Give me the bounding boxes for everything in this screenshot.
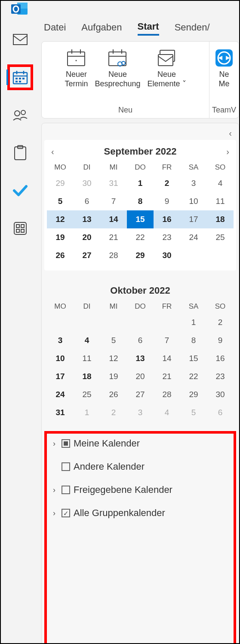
checkbox-checked-icon[interactable] <box>62 509 70 517</box>
calendar-day[interactable]: 21 <box>154 368 180 386</box>
calendar-day[interactable]: 26 <box>47 246 74 264</box>
calendar-day[interactable]: 18 <box>207 210 234 228</box>
calendar-day[interactable]: 10 <box>180 192 207 210</box>
calendar-day[interactable]: 19 <box>47 228 74 246</box>
calendar-day[interactable]: 1 <box>74 404 100 422</box>
nav-tasks[interactable] <box>7 140 33 166</box>
nav-people[interactable] <box>7 102 33 128</box>
calendar-day[interactable]: 23 <box>207 368 234 386</box>
calendar-day[interactable]: 9 <box>154 192 180 210</box>
nav-todo[interactable] <box>7 178 33 204</box>
collapse-panel-icon[interactable]: ‹ <box>229 128 232 138</box>
calendar-day[interactable]: 2 <box>207 313 234 331</box>
calendar-day[interactable]: 3 <box>127 404 154 422</box>
calendar-day[interactable]: 28 <box>154 386 180 404</box>
calendar-day[interactable]: 11 <box>207 192 234 210</box>
calendar-group-all-groups[interactable]: › Alle Gruppenkalender <box>49 507 232 519</box>
calendar-appointment-icon <box>66 49 86 67</box>
nav-more[interactable] <box>7 216 33 241</box>
calendar-day[interactable]: 1 <box>180 313 207 331</box>
calendar-day[interactable]: 31 <box>100 174 127 192</box>
calendar-day[interactable]: 7 <box>154 331 180 349</box>
calendar-day[interactable]: 27 <box>74 246 100 264</box>
calendar-day[interactable]: 13 <box>127 349 154 368</box>
calendar-day[interactable]: 14 <box>100 210 127 228</box>
calendar-day[interactable]: 12 <box>100 349 127 368</box>
calendar-day[interactable]: 18 <box>74 368 100 386</box>
calendar-day[interactable]: 4 <box>74 331 100 349</box>
tab-file[interactable]: Datei <box>44 22 66 35</box>
calendar-day[interactable]: 5 <box>100 331 127 349</box>
calendar-group-shared[interactable]: › Freigegebene Kalender <box>49 484 232 495</box>
calendar-group-other[interactable]: Andere Kalender <box>49 461 232 472</box>
calendar-day[interactable]: 5 <box>47 192 74 210</box>
calendar-day[interactable]: 30 <box>207 386 234 404</box>
new-appointment-button[interactable]: NeuerTermin <box>61 45 91 105</box>
new-meeting-button[interactable]: NeueBesprechung <box>91 45 144 105</box>
calendar-day[interactable]: 21 <box>100 228 127 246</box>
calendar-day[interactable]: 29 <box>47 174 74 192</box>
calendar-day[interactable]: 6 <box>127 331 154 349</box>
calendar-day[interactable]: 16 <box>207 349 234 368</box>
tab-tasks[interactable]: Aufgaben <box>81 22 122 35</box>
tab-start[interactable]: Start <box>138 21 159 36</box>
new-items-button[interactable]: NeueElemente ˅ <box>144 45 190 105</box>
calendar-day[interactable]: 10 <box>47 349 74 368</box>
calendar-day[interactable]: 4 <box>207 174 234 192</box>
calendar-day[interactable]: 29 <box>180 386 207 404</box>
calendar-day[interactable]: 11 <box>74 349 100 368</box>
calendar-day[interactable]: 23 <box>154 228 180 246</box>
calendar-day[interactable]: 22 <box>127 228 154 246</box>
calendar-day[interactable]: 17 <box>180 210 207 228</box>
nav-mail[interactable] <box>7 27 33 52</box>
calendar-day[interactable]: 12 <box>47 210 74 228</box>
calendar-day[interactable]: 16 <box>154 210 180 228</box>
label: Neuer <box>66 70 87 79</box>
calendar-day[interactable]: 2 <box>100 404 127 422</box>
calendar-day[interactable]: 1 <box>127 174 154 192</box>
calendar-day[interactable]: 4 <box>154 404 180 422</box>
calendar-day[interactable]: 20 <box>127 368 154 386</box>
nav-calendar[interactable] <box>7 64 33 90</box>
checkbox-empty-icon[interactable] <box>62 486 70 494</box>
calendar-day[interactable]: 25 <box>74 386 100 404</box>
calendar-day[interactable]: 15 <box>127 210 154 228</box>
checkbox-empty-icon[interactable] <box>62 462 70 471</box>
calendar-day[interactable]: 30 <box>74 174 100 192</box>
dow-label: FR <box>154 161 180 174</box>
calendar-day[interactable]: 6 <box>74 192 100 210</box>
calendar-day[interactable]: 13 <box>74 210 100 228</box>
calendar-day[interactable]: 19 <box>100 368 127 386</box>
nav-rail <box>1 18 40 644</box>
next-month-button[interactable]: › <box>226 147 229 157</box>
calendar-day[interactable]: 8 <box>180 331 207 349</box>
teamviewer-button[interactable]: NeMe <box>211 45 237 105</box>
calendar-day[interactable]: 30 <box>154 246 180 264</box>
calendar-day[interactable]: 2 <box>154 174 180 192</box>
calendar-group-mine[interactable]: › Meine Kalender <box>49 438 232 449</box>
checkbox-partial-icon[interactable] <box>62 439 70 448</box>
calendar-day[interactable]: 20 <box>74 228 100 246</box>
calendar-day[interactable]: 8 <box>127 192 154 210</box>
calendar-day[interactable]: 24 <box>47 386 74 404</box>
calendar-day[interactable]: 6 <box>207 404 234 422</box>
ribbon-group-label: Neu <box>118 105 132 116</box>
prev-month-button[interactable]: ‹ <box>51 147 54 157</box>
calendar-day[interactable]: 29 <box>127 246 154 264</box>
calendar-day[interactable]: 3 <box>180 174 207 192</box>
calendar-day[interactable]: 22 <box>180 368 207 386</box>
calendar-day[interactable]: 3 <box>47 331 74 349</box>
calendar-day[interactable]: 5 <box>180 404 207 422</box>
calendar-day[interactable]: 31 <box>47 404 74 422</box>
calendar-day[interactable]: 15 <box>180 349 207 368</box>
calendar-day[interactable]: 17 <box>47 368 74 386</box>
calendar-day[interactable]: 24 <box>180 228 207 246</box>
calendar-day[interactable]: 28 <box>100 246 127 264</box>
calendar-day[interactable]: 14 <box>154 349 180 368</box>
calendar-day[interactable]: 27 <box>127 386 154 404</box>
calendar-day[interactable]: 7 <box>100 192 127 210</box>
tab-send[interactable]: Senden/ <box>175 22 210 35</box>
calendar-day[interactable]: 25 <box>207 228 234 246</box>
calendar-day[interactable]: 9 <box>207 331 234 349</box>
calendar-day[interactable]: 26 <box>100 386 127 404</box>
